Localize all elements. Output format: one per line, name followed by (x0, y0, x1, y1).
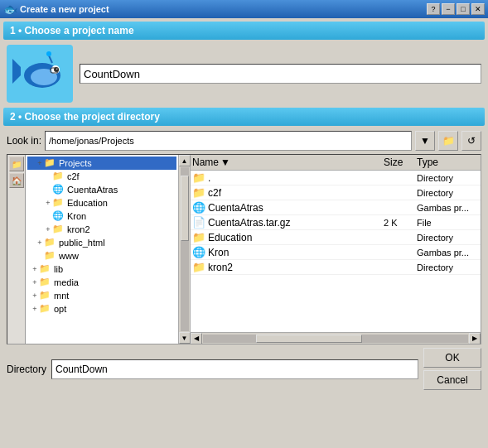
tree-item-label: kron2 (67, 224, 90, 234)
tree-item[interactable]: 🌐Kron (27, 210, 176, 223)
col-name[interactable]: Name ▼ (192, 157, 384, 168)
dialog-body: 1 • Choose a project name (0, 18, 488, 397)
tree-item[interactable]: +📁public_html (27, 236, 176, 249)
file-row[interactable]: 🌐KronGambas pr... (191, 245, 481, 260)
tree-toggle: + (31, 278, 39, 287)
horizontal-scrollbar: ◀ ▶ (191, 332, 481, 344)
look-in-row: Look in: ▼ 📁 ↺ (3, 131, 485, 151)
mascot (7, 45, 73, 103)
dropdown-button[interactable]: ▼ (415, 131, 435, 151)
mascot-icon (11, 49, 69, 99)
file-type-cell: Gambas pr... (417, 248, 479, 258)
close-button[interactable]: ✕ (471, 3, 485, 15)
tree-item[interactable]: +📁Education (27, 196, 176, 210)
directory-label: Directory (7, 364, 46, 375)
app-icon: 🐟 (3, 2, 17, 16)
tree-item[interactable]: 📁c2f (27, 170, 176, 183)
sidebar-home-icon[interactable]: 🏠 (9, 173, 24, 188)
folder-icon: 📁 (192, 231, 205, 243)
title-bar: 🐟 Create a new project ? − □ ✕ (0, 0, 488, 18)
hscroll-right[interactable]: ▶ (469, 333, 481, 344)
tree-item-label: Projects (59, 158, 92, 168)
step2-header: 2 • Choose the project directory (3, 108, 485, 126)
globe-icon: 🌐 (192, 246, 205, 258)
file-type-cell: Directory (417, 263, 479, 272)
folder-icon: 📁 (52, 224, 65, 235)
tree-item-label: public_html (59, 238, 105, 248)
folder-icon: 📁 (39, 290, 52, 301)
tree-item-label: mnt (54, 291, 69, 301)
sidebar-icons: 📁 🏠 (7, 155, 26, 344)
col-size[interactable]: Size (384, 157, 417, 168)
tree-item[interactable]: 🌐CuentaAtras (27, 183, 176, 196)
tree-toggle: + (44, 225, 52, 234)
tree-item[interactable]: +📁media (27, 276, 176, 289)
tree-item[interactable]: +📁lib (27, 263, 176, 276)
tree-toggle: + (36, 238, 44, 247)
tree-item[interactable]: +📁opt (27, 302, 176, 316)
tree-scroll[interactable]: +📁Projects📁c2f🌐CuentaAtras+📁Education🌐Kr… (26, 155, 178, 344)
tree-toggle: + (31, 265, 39, 273)
folder-button[interactable]: 📁 (438, 131, 458, 151)
file-header: Name ▼ Size Type (191, 155, 481, 171)
file-name-cell: 📁. (192, 171, 384, 184)
help-button[interactable]: ? (427, 3, 440, 15)
tree-content: +📁Projects📁c2f🌐CuentaAtras+📁Education🌐Kr… (26, 155, 178, 317)
tree-scroll-down[interactable]: ▼ (179, 332, 191, 344)
file-name-cell: 📁kron2 (192, 261, 384, 273)
tree-item[interactable]: 📁www (27, 249, 176, 263)
svg-marker-1 (12, 59, 21, 84)
svg-line-6 (49, 55, 52, 63)
tree-item-label: Kron (67, 211, 86, 221)
globe-icon: 🌐 (192, 201, 205, 214)
tree-panel: +📁Projects📁c2f🌐CuentaAtras+📁Education🌐Kr… (26, 155, 179, 344)
tree-item[interactable]: +📁Projects (27, 157, 176, 170)
file-row[interactable]: 📁EducationDirectory (191, 230, 481, 245)
sidebar-folder-icon[interactable]: 📁 (9, 157, 24, 171)
folder-icon: 📁 (44, 237, 57, 248)
hscroll-left[interactable]: ◀ (191, 333, 202, 344)
file-name: CuentaAtras.tar.gz (208, 217, 290, 229)
directory-input[interactable] (51, 359, 418, 379)
folder-icon: 📁 (192, 261, 205, 273)
tree-item-label: media (54, 277, 79, 287)
look-in-input[interactable] (45, 131, 412, 151)
folder-icon: 📁 (192, 171, 205, 184)
file-type-cell: Directory (417, 173, 479, 183)
project-name-input[interactable] (80, 64, 481, 84)
folder-icon: 📁 (39, 277, 52, 288)
file-name: Kron (208, 247, 229, 258)
file-row[interactable]: 📁c2fDirectory (191, 185, 481, 200)
tree-item[interactable]: +📁mnt (27, 289, 176, 302)
folder-icon: 📁 (39, 303, 52, 315)
file-row[interactable]: 📁.Directory (191, 171, 481, 185)
file-name: kron2 (208, 262, 233, 273)
hscroll-thumb[interactable] (256, 335, 362, 343)
minimize-button[interactable]: − (442, 3, 455, 15)
file-name: CuentaAtras (208, 202, 263, 214)
file-list[interactable]: 📁.Directory📁c2fDirectory🌐CuentaAtrasGamb… (191, 171, 481, 332)
file-panel: Name ▼ Size Type 📁.Directory📁c2fDirector… (191, 155, 481, 344)
file-type-cell: File (417, 218, 479, 228)
maximize-button[interactable]: □ (457, 3, 470, 15)
dialog-title: Create a new project (20, 4, 109, 14)
file-name: . (208, 172, 210, 184)
ok-button[interactable]: OK (423, 348, 481, 368)
cancel-button[interactable]: Cancel (423, 370, 481, 390)
tree-toggle: + (36, 159, 44, 167)
file-row[interactable]: 📄CuentaAtras.tar.gz2 KFile (191, 215, 481, 230)
file-row[interactable]: 📁kron2Directory (191, 260, 481, 275)
tree-scroll-up[interactable]: ▲ (179, 155, 191, 166)
tree-item-label: www (59, 251, 79, 261)
col-type[interactable]: Type (417, 157, 479, 168)
tree-scroll-thumb[interactable] (181, 176, 189, 241)
file-row[interactable]: 🌐CuentaAtrasGambas pr... (191, 200, 481, 215)
folder-icon: 📁 (192, 186, 205, 199)
folder-icon: 📁 (44, 250, 57, 262)
file-type-cell: Directory (417, 188, 479, 198)
tree-toggle: + (44, 199, 52, 207)
refresh-button[interactable]: ↺ (461, 131, 481, 151)
tree-item[interactable]: +📁kron2 (27, 223, 176, 236)
svg-point-7 (46, 51, 51, 56)
file-type-cell: Directory (417, 233, 479, 243)
